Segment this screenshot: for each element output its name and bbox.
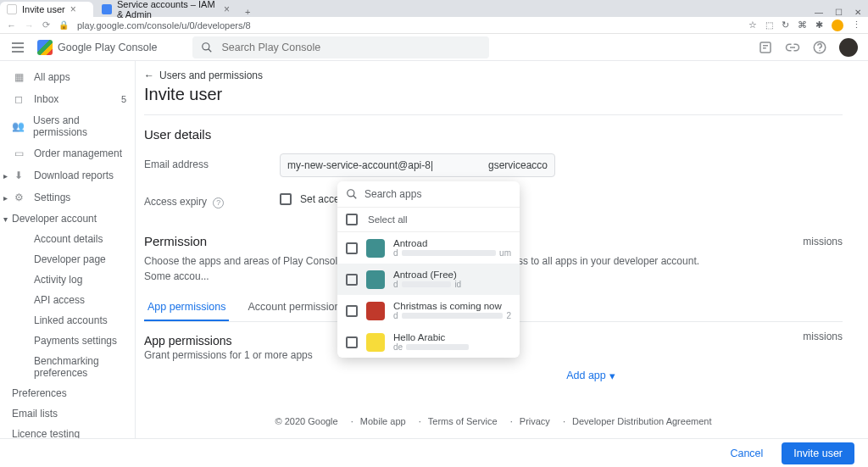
app-icon xyxy=(366,270,385,289)
sync-icon[interactable]: ↻ xyxy=(782,19,789,31)
sidebar-item-linked-accounts[interactable]: Linked accounts xyxy=(0,310,135,331)
close-icon[interactable]: × xyxy=(224,3,230,15)
link-icon[interactable] xyxy=(785,40,800,55)
sidebar-item-dev-account[interactable]: Developer account xyxy=(0,208,135,229)
play-logo-icon xyxy=(37,40,53,55)
tab-title: Service accounts – IAM & Admin xyxy=(117,0,219,19)
puzzle-icon[interactable]: ✱ xyxy=(815,19,823,31)
help-icon[interactable] xyxy=(812,40,827,55)
action-bar: Cancel Invite user xyxy=(0,438,868,467)
play-console-logo[interactable]: Google Play Console xyxy=(37,40,157,55)
gear-icon: ⚙ xyxy=(12,191,25,204)
profile-avatar[interactable] xyxy=(832,19,843,31)
reload-icon[interactable]: ⟳ xyxy=(42,19,50,31)
help-badge-icon[interactable]: ? xyxy=(213,197,224,208)
footer-dist[interactable]: Developer Distribution Agreement xyxy=(563,416,712,426)
sidebar-item-benchmarking[interactable]: Benchmarking preferences xyxy=(0,351,135,383)
svg-point-4 xyxy=(819,50,821,52)
access-expiry-checkbox[interactable] xyxy=(280,193,292,205)
search-icon xyxy=(201,42,213,53)
sidebar-item-download[interactable]: ⬇Download reports xyxy=(0,164,135,186)
popup-app-list[interactable]: Antroaddum Antroad (Free)did Christmas i… xyxy=(337,232,520,358)
sidebar-item-developer-page[interactable]: Developer page xyxy=(0,249,135,270)
popup-search-placeholder: Search apps xyxy=(364,188,421,200)
menu-icon[interactable] xyxy=(10,40,25,55)
console-topbar: Google Play Console xyxy=(0,34,868,61)
app-checkbox[interactable] xyxy=(346,274,358,286)
notes-icon[interactable] xyxy=(758,40,773,55)
popup-search-row[interactable]: Search apps xyxy=(337,181,520,208)
download-icon: ⬇ xyxy=(12,169,25,182)
browser-tab-2[interactable]: Service accounts – IAM & Admin × xyxy=(95,2,236,17)
truncated-text: missions xyxy=(803,331,843,342)
users-icon: 👥 xyxy=(12,120,25,133)
inbox-icon: ◻ xyxy=(12,92,25,106)
footer-mobile[interactable]: Mobile app xyxy=(351,416,406,426)
maximize-icon[interactable]: ☐ xyxy=(835,8,843,17)
lock-icon: 🔒 xyxy=(58,20,69,30)
sidebar-item-activity-log[interactable]: Activity log xyxy=(0,270,135,290)
back-icon[interactable]: ← xyxy=(7,20,16,31)
console-search[interactable] xyxy=(192,36,489,58)
new-tab-button[interactable]: + xyxy=(238,7,257,17)
invite-user-button[interactable]: Invite user xyxy=(782,442,854,464)
url-field[interactable]: play.google.com/console/u/0/developers/8 xyxy=(77,20,740,31)
svg-point-5 xyxy=(348,190,354,197)
tab-app-permissions[interactable]: App permissions xyxy=(144,294,229,321)
browser-tabstrip: Invite user × Service accounts – IAM & A… xyxy=(0,0,868,17)
sidebar-item-all-apps[interactable]: ▦All apps xyxy=(0,66,135,88)
email-input[interactable]: my-new-service-account@api-8| gserviceac… xyxy=(280,153,555,177)
favicon-icon xyxy=(7,4,17,14)
page-title: Invite user xyxy=(144,85,843,115)
select-all-checkbox[interactable] xyxy=(346,214,358,225)
tab-account-permissions[interactable]: Account permissions xyxy=(244,294,348,321)
account-avatar[interactable] xyxy=(839,38,858,57)
sidebar-item-inbox[interactable]: ◻Inbox5 xyxy=(0,88,135,110)
sidebar-item-preferences[interactable]: Preferences xyxy=(0,383,135,403)
app-icon xyxy=(366,239,385,258)
cancel-button[interactable]: Cancel xyxy=(721,442,771,464)
app-checkbox[interactable] xyxy=(346,305,358,317)
app-icon xyxy=(366,302,385,320)
search-input[interactable] xyxy=(221,42,481,53)
email-label: Email address xyxy=(144,153,280,170)
card-icon: ▭ xyxy=(12,147,25,160)
sidebar-item-payments[interactable]: Payments settings xyxy=(0,331,135,351)
minimize-icon[interactable]: — xyxy=(815,8,823,17)
app-picker-popup: Search apps Select all Antroaddum Antroa… xyxy=(337,181,520,358)
forward-icon[interactable]: → xyxy=(25,20,34,31)
star-icon[interactable]: ☆ xyxy=(748,19,757,31)
app-checkbox[interactable] xyxy=(346,242,358,254)
svg-line-1 xyxy=(209,48,212,52)
breadcrumb-back[interactable]: ← Users and permissions xyxy=(144,69,843,81)
sidebar-item-email-lists[interactable]: Email lists xyxy=(0,403,135,424)
sidebar-item-users[interactable]: 👥Users and permissions xyxy=(0,110,135,142)
popup-select-all[interactable]: Select all xyxy=(337,208,520,232)
sidebar: ▦All apps ◻Inbox5 👥Users and permissions… xyxy=(0,61,136,467)
sidebar-item-account-details[interactable]: Account details xyxy=(0,229,135,249)
browser-tab-1[interactable]: Invite user × xyxy=(0,2,93,17)
close-icon[interactable]: × xyxy=(70,3,76,15)
qr-icon[interactable]: ⬚ xyxy=(765,20,773,30)
app-checkbox[interactable] xyxy=(346,336,358,348)
arrow-left-icon: ← xyxy=(144,69,154,81)
app-row[interactable]: Christmas is coming nowd2 xyxy=(337,295,520,326)
extension-icon[interactable]: ⌘ xyxy=(798,19,807,31)
close-window-icon[interactable]: ✕ xyxy=(854,8,861,17)
kebab-icon[interactable]: ⋮ xyxy=(852,19,861,31)
svg-line-6 xyxy=(353,196,357,199)
inbox-badge: 5 xyxy=(121,94,126,104)
truncated-text: missions xyxy=(803,236,843,247)
footer-copyright: © 2020 Google xyxy=(275,416,338,426)
search-icon xyxy=(346,188,358,200)
sidebar-item-order[interactable]: ▭Order management xyxy=(0,142,135,164)
app-row[interactable]: Antroaddum xyxy=(337,232,520,264)
sidebar-item-settings[interactable]: ⚙Settings xyxy=(0,186,135,208)
footer-terms[interactable]: Terms of Service xyxy=(419,416,498,426)
footer-privacy[interactable]: Privacy xyxy=(510,416,550,426)
tab-title: Invite user xyxy=(22,4,65,14)
app-row[interactable]: Hello Arabicde xyxy=(337,326,520,358)
sidebar-item-api-access[interactable]: API access xyxy=(0,290,135,310)
add-app-button[interactable]: Add app ▾ xyxy=(566,370,615,382)
app-row[interactable]: Antroad (Free)did xyxy=(337,264,520,295)
